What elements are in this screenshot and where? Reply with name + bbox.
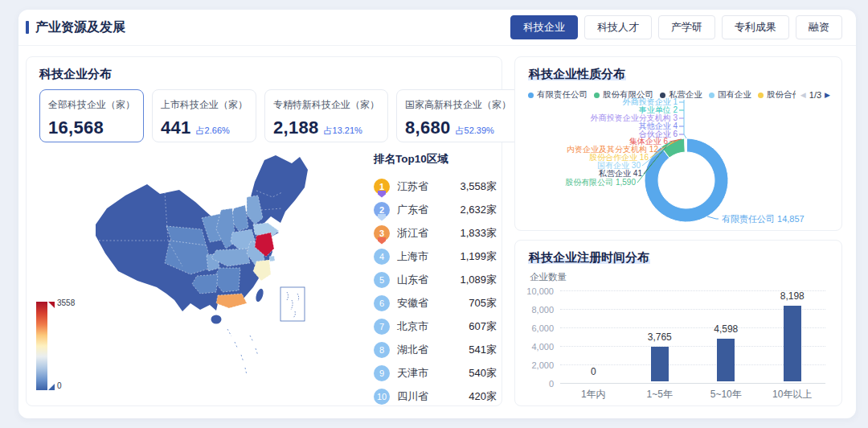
top10-region-name: 湖北省: [397, 343, 469, 357]
gradient-max-marker-icon: [48, 302, 55, 308]
stat-value: 441: [161, 117, 191, 138]
rank-medal-icon: 5: [374, 272, 390, 288]
distribution-panel-title: 科技企业分布: [27, 57, 502, 82]
gridline: 0: [560, 383, 825, 384]
gradient-min-label: 0: [57, 381, 62, 390]
rank-medal-icon: 3: [374, 225, 390, 241]
rank-medal-icon: 4: [374, 249, 390, 265]
rank-medal-icon: 8: [374, 342, 390, 358]
top10-region-value: 540家: [469, 366, 497, 381]
top10-region-value: 3,558家: [460, 179, 497, 194]
rank-medal-icon: 10: [374, 389, 390, 405]
top10-row-4: 4上海市1,199家: [374, 245, 497, 268]
y-tick-label: 6,000: [531, 323, 554, 333]
medal-ribbon-icon: [378, 214, 386, 221]
top10-region-value: 541家: [469, 343, 497, 357]
tab-3[interactable]: 专利成果: [722, 15, 789, 39]
y-tick-label: 10,000: [526, 286, 554, 296]
china-map: [89, 146, 354, 387]
bar-chart: 10,0008,0006,0004,0002,000001年内3,7651~5年…: [560, 290, 825, 381]
region-taiwan[interactable]: [255, 288, 265, 303]
x-axis-category: 10年以上: [772, 388, 812, 401]
top10-row-2: 2广东省2,632家: [374, 198, 497, 221]
gradient-bar[interactable]: [36, 302, 47, 390]
breadcrumb: 产业资源及发展: [26, 19, 125, 36]
top10-region-value: 607家: [469, 319, 497, 334]
page-header: 产业资源及发展 科技企业科技人才产学研专利成果融资: [18, 10, 856, 46]
top10-region-name: 山东省: [397, 273, 460, 287]
stat-value-row: 441占2.66%: [161, 117, 248, 138]
top10-region-value: 1,089家: [460, 273, 497, 287]
medal-ribbon-icon: [378, 237, 386, 245]
registration-panel: 科技企业注册时间分布 企业数量 10,0008,0006,0004,0002,0…: [514, 240, 842, 406]
y-tick-label: 2,000: [531, 360, 554, 370]
bar-3: [784, 306, 801, 381]
bar-value-label: 8,198: [780, 290, 805, 302]
tab-4[interactable]: 融资: [796, 15, 842, 39]
stat-percent: 占13.21%: [324, 125, 362, 137]
stat-value: 2,188: [273, 117, 319, 138]
y-tick-label: 4,000: [531, 342, 554, 352]
card-body: 科技企业分布 全部科技企业（家）16,568上市科技企业（家）441占2.66%…: [18, 46, 856, 418]
region-shanghai: [269, 256, 275, 261]
stat-card-2[interactable]: 专精特新科技企业（家）2,188占13.21%: [264, 89, 388, 142]
tab-2[interactable]: 产学研: [658, 15, 715, 39]
top10-region-name: 北京市: [397, 319, 469, 334]
south-sea-dash-line: [227, 329, 258, 375]
stat-percent: 占52.39%: [456, 125, 494, 137]
top10-row-1: 1江苏省3,558家: [374, 175, 497, 198]
page-title: 产业资源及发展: [35, 19, 125, 36]
china-map-svg[interactable]: [89, 146, 354, 387]
rank-medal-icon: 1: [374, 179, 390, 195]
donut-callout-label: 股份有限公司 1,590: [565, 178, 636, 187]
stat-label: 专精特新科技企业（家）: [273, 98, 379, 112]
y-tick-label: 0: [549, 379, 554, 389]
rank-medal-icon: 6: [374, 295, 390, 311]
y-tick-label: 8,000: [531, 305, 554, 315]
stat-card-row: 全部科技企业（家）16,568上市科技企业（家）441占2.66%专精特新科技企…: [39, 89, 489, 142]
top10-list: 1江苏省3,558家2广东省2,632家3浙江省1,833家4上海市1,199家…: [374, 175, 497, 408]
top10-ranking: 排名Top10区域 1江苏省3,558家2广东省2,632家3浙江省1,833家…: [374, 152, 497, 408]
stat-percent: 占2.66%: [196, 125, 230, 137]
tab-1[interactable]: 科技人才: [584, 15, 652, 39]
distribution-panel: 科技企业分布 全部科技企业（家）16,568上市科技企业（家）441占2.66%…: [26, 56, 502, 406]
top10-region-value: 420家: [469, 389, 497, 404]
bar-value-label: 3,765: [648, 331, 672, 343]
bar-value-label: 0: [591, 366, 596, 377]
donut-main-callout-label: 有限责任公司 14,857: [722, 214, 805, 224]
top10-row-9: 9天津市540家: [374, 361, 497, 385]
top10-region-value: 1,199家: [460, 249, 497, 264]
title-accent-bar: [26, 21, 29, 34]
top10-row-3: 3浙江省1,833家: [374, 221, 497, 245]
nature-panel-title: 科技企业性质分布: [515, 57, 841, 82]
top10-row-6: 6安徽省705家: [374, 291, 497, 315]
tab-0[interactable]: 科技企业: [510, 15, 578, 39]
top10-region-name: 浙江省: [397, 226, 460, 241]
x-axis-category: 5~10年: [710, 388, 742, 401]
x-axis-category: 1~5年: [647, 388, 673, 401]
top10-row-5: 5山东省1,089家: [374, 268, 497, 291]
top10-region-value: 2,632家: [460, 203, 497, 217]
stat-value-row: 16,568: [48, 117, 135, 138]
donut-callout-label: 私营企业 41: [598, 169, 642, 178]
donut-chart[interactable]: 外商投资企业 1事业单位 2外商投资企业分支机构 3其他企业 4合伙企业 6集体…: [520, 94, 838, 230]
stat-value: 8,680: [405, 117, 451, 138]
stat-value-row: 8,680占52.39%: [405, 117, 511, 138]
stat-card-0[interactable]: 全部科技企业（家）16,568: [39, 89, 144, 142]
nature-panel: 科技企业性质分布 有限责任公司股份有限公司私营企业国有企业股份合作企业内 ◀ 1…: [514, 56, 842, 231]
stat-card-3[interactable]: 国家高新科技企业（家）8,680占52.39%: [396, 89, 520, 142]
registration-panel-title: 科技企业注册时间分布: [515, 241, 841, 265]
top10-region-value: 705家: [469, 296, 497, 311]
y-axis-label: 企业数量: [530, 271, 567, 283]
stat-label: 上市科技企业（家）: [161, 98, 248, 112]
bar-1: [651, 347, 669, 381]
stat-value-row: 2,188占13.21%: [273, 117, 379, 138]
bar-value-label: 4,598: [714, 323, 738, 335]
rank-medal-icon: 7: [374, 319, 390, 335]
x-axis-category: 1年内: [581, 388, 606, 401]
top10-region-name: 广东省: [397, 203, 460, 217]
stat-card-1[interactable]: 上市科技企业（家）441占2.66%: [152, 89, 256, 142]
top10-region-value: 1,833家: [460, 226, 497, 241]
gradient-max-label: 3558: [57, 298, 75, 307]
region-hainan[interactable]: [211, 315, 222, 324]
